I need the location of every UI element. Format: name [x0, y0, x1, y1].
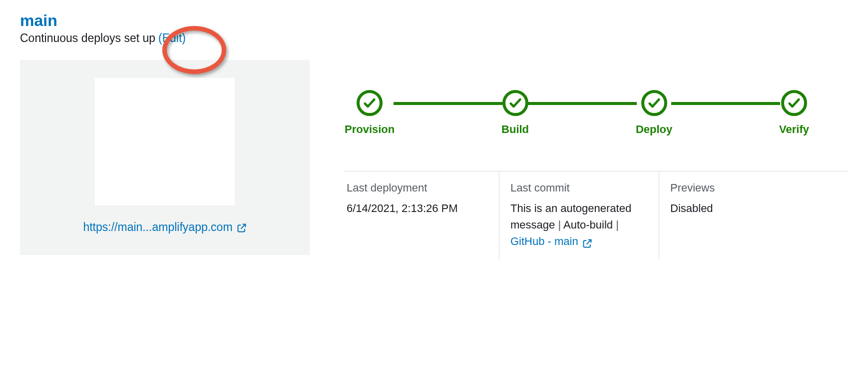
pipeline-connector: [394, 102, 502, 105]
stage-verify[interactable]: Verify: [779, 90, 809, 136]
branch-title[interactable]: main: [20, 12, 848, 30]
separator: |: [616, 218, 619, 231]
stage-label: Build: [501, 123, 529, 136]
detail-previews: Previews Disabled: [659, 172, 848, 260]
external-link-icon: [237, 222, 247, 232]
detail-last-deployment: Last deployment 6/14/2021, 2:13:26 PM: [345, 172, 499, 260]
detail-value: This is an autogenerated message | Auto-…: [510, 200, 648, 250]
deployment-pipeline: Provision Build Deploy: [345, 90, 809, 136]
detail-label: Last commit: [510, 180, 648, 196]
pipeline-connector: [671, 102, 780, 105]
autobuild-label: Auto-build: [563, 218, 613, 231]
stage-label: Deploy: [636, 123, 672, 136]
detail-last-commit: Last commit This is an autogenerated mes…: [499, 172, 659, 260]
stage-label: Provision: [345, 123, 395, 136]
deploy-status-text: Continuous deploys set up: [20, 32, 155, 45]
stage-provision[interactable]: Provision: [345, 90, 395, 136]
app-preview-card: https://main...amplifyapp.com: [20, 60, 310, 255]
app-url-link[interactable]: https://main...amplifyapp.com: [83, 220, 246, 234]
deployment-details: Last deployment 6/14/2021, 2:13:26 PM La…: [345, 171, 848, 260]
stage-deploy[interactable]: Deploy: [636, 90, 672, 136]
source-repo-link[interactable]: GitHub - main: [510, 233, 592, 250]
pipeline-connector: [528, 102, 637, 105]
check-icon: [641, 90, 667, 116]
source-repo-text: GitHub - main: [510, 233, 578, 250]
detail-label: Previews: [670, 180, 837, 196]
detail-label: Last deployment: [347, 180, 488, 196]
stage-build[interactable]: Build: [501, 90, 529, 136]
detail-value: 6/14/2021, 2:13:26 PM: [347, 200, 488, 216]
external-link-icon: [582, 236, 592, 246]
stage-label: Verify: [779, 123, 809, 136]
check-icon: [502, 90, 528, 116]
separator: |: [558, 218, 561, 231]
app-url-text: https://main...amplifyapp.com: [83, 220, 232, 234]
deploy-status-line: Continuous deploys set up (Edit): [20, 32, 848, 45]
detail-value: Disabled: [670, 200, 837, 216]
edit-link[interactable]: (Edit): [158, 32, 186, 45]
check-icon: [781, 90, 807, 116]
check-icon: [357, 90, 383, 116]
app-preview-thumbnail[interactable]: [95, 78, 235, 206]
